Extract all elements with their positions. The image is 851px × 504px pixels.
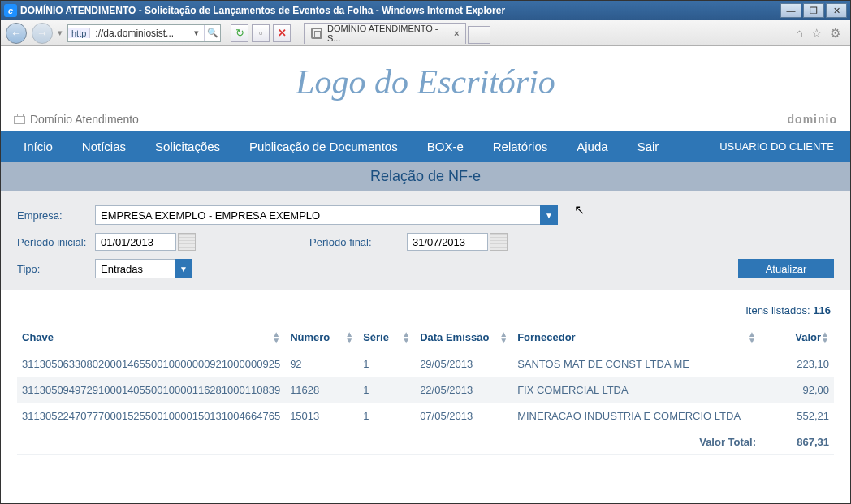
browser-tab[interactable]: DOMÍNIO ATENDIMENTO - S... ×: [304, 23, 466, 44]
nav-inicio[interactable]: Início: [9, 131, 67, 162]
col-fornecedor[interactable]: Fornecedor▲▼: [512, 325, 761, 351]
main-nav: Início Notícias Solicitações Publicação …: [1, 131, 850, 162]
home-icon[interactable]: ⌂: [796, 26, 803, 41]
col-valor[interactable]: Valor▲▼: [761, 325, 834, 351]
office-logo: Logo do Escritório: [1, 62, 850, 101]
system-name: Domínio Atendimento: [30, 113, 139, 126]
ie-icon: e: [4, 4, 17, 17]
tab-close-icon[interactable]: ×: [454, 28, 459, 38]
browser-toolbar: ← → ▾ http ://da.dominiosist... ▾ 🔍 ↻ ▫ …: [1, 20, 850, 46]
page-subtitle: Relação de NF-e: [1, 162, 850, 191]
col-data[interactable]: Data Emissão▲▼: [415, 325, 512, 351]
table-row[interactable]: 3113050949729100014055001000011628100011…: [17, 377, 834, 403]
minimize-button[interactable]: —: [780, 3, 801, 18]
empresa-label: Empresa:: [17, 209, 95, 222]
sort-icon[interactable]: ▲▼: [748, 331, 756, 344]
nav-sair[interactable]: Sair: [623, 131, 674, 162]
cursor-icon: ↖: [574, 202, 585, 218]
tools-icon[interactable]: ⚙: [830, 26, 840, 41]
user-label: USUARIO DO CLIENTE: [719, 140, 842, 153]
back-button[interactable]: ←: [6, 23, 27, 44]
filter-panel: Empresa: ▼ ↖ Período inicial: Período fi…: [1, 191, 850, 290]
periodo-inicial-input[interactable]: [95, 233, 176, 251]
tipo-label: Tipo:: [17, 263, 95, 275]
table-row[interactable]: 3113052247077700015255001000015013100466…: [17, 403, 834, 429]
protocol-label: http: [68, 28, 90, 38]
address-dropdown-button[interactable]: ▾: [188, 25, 204, 41]
compat-button[interactable]: ▫: [252, 24, 270, 42]
favorites-icon[interactable]: ☆: [811, 26, 822, 41]
sort-icon[interactable]: ▲▼: [345, 331, 353, 344]
tab-label: DOMÍNIO ATENDIMENTO - S...: [327, 24, 449, 43]
window-title: DOMÍNIO ATENDIMENTO - Solicitação de Lan…: [20, 5, 780, 16]
periodo-inicial-field[interactable]: [95, 233, 196, 251]
sort-icon[interactable]: ▲▼: [402, 331, 410, 344]
address-text: ://da.dominiosist...: [90, 28, 188, 39]
search-icon[interactable]: 🔍: [204, 25, 220, 41]
stop-button[interactable]: ✕: [273, 24, 291, 42]
periodo-inicial-label: Período inicial:: [17, 236, 95, 248]
empresa-input[interactable]: [95, 205, 558, 225]
atualizar-button[interactable]: Atualizar: [738, 259, 834, 278]
items-listed: Itens listados: 116: [17, 298, 834, 325]
nav-relatorios[interactable]: Relatórios: [478, 131, 563, 162]
window-titlebar: e DOMÍNIO ATENDIMENTO - Solicitação de L…: [1, 1, 850, 20]
briefcase-icon: [14, 116, 25, 124]
ie-window: e DOMÍNIO ATENDIMENTO - Solicitação de L…: [0, 0, 851, 504]
nav-boxe[interactable]: BOX-e: [413, 131, 478, 162]
periodo-final-label: Período final:: [309, 236, 407, 248]
col-serie[interactable]: Série▲▼: [358, 325, 415, 351]
tipo-select[interactable]: ▼: [95, 259, 192, 278]
periodo-final-field[interactable]: [407, 233, 508, 251]
page-icon: [311, 28, 322, 39]
sort-icon[interactable]: ▲▼: [499, 331, 508, 344]
results-area: Itens listados: 116 Chave▲▼ Número▲▼ Sér…: [1, 290, 850, 463]
sort-icon[interactable]: ▲▼: [272, 331, 280, 344]
header-strip: Domínio Atendimento dominio: [1, 110, 850, 131]
nav-ajuda[interactable]: Ajuda: [562, 131, 622, 162]
page-content: Logo do Escritório Domínio Atendimento d…: [1, 46, 850, 503]
tipo-dropdown-icon[interactable]: ▼: [175, 259, 192, 278]
calendar-icon[interactable]: [178, 233, 196, 251]
address-bar[interactable]: http ://da.dominiosist... ▾ 🔍: [67, 24, 221, 42]
table-header-row: Chave▲▼ Número▲▼ Série▲▼ Data Emissão▲▼ …: [17, 325, 834, 351]
refresh-button[interactable]: ↻: [231, 24, 248, 42]
new-tab-button[interactable]: [468, 26, 490, 44]
restore-button[interactable]: ❐: [803, 3, 824, 18]
empresa-select[interactable]: ▼: [95, 205, 558, 225]
periodo-final-input[interactable]: [407, 233, 488, 251]
calendar-icon[interactable]: [490, 233, 508, 251]
sort-icon[interactable]: ▲▼: [821, 331, 829, 344]
empresa-dropdown-icon[interactable]: ▼: [540, 205, 558, 225]
nav-solicitacoes[interactable]: Solicitações: [140, 131, 235, 162]
tab-strip: DOMÍNIO ATENDIMENTO - S... ×: [304, 23, 791, 44]
nav-noticias[interactable]: Notícias: [67, 131, 140, 162]
logo-area: Logo do Escritório: [1, 46, 850, 110]
nav-publicacao[interactable]: Publicação de Documentos: [235, 131, 413, 162]
forward-button[interactable]: →: [32, 23, 53, 44]
col-numero[interactable]: Número▲▼: [285, 325, 358, 351]
results-table: Chave▲▼ Número▲▼ Série▲▼ Data Emissão▲▼ …: [17, 325, 834, 455]
table-row[interactable]: 3113050633080200014655001000000092100000…: [17, 351, 834, 377]
col-chave[interactable]: Chave▲▼: [17, 325, 285, 351]
close-window-button[interactable]: ✕: [826, 3, 847, 18]
brand-logo: dominio: [788, 113, 837, 126]
total-row: Valor Total: 867,31: [17, 429, 834, 455]
